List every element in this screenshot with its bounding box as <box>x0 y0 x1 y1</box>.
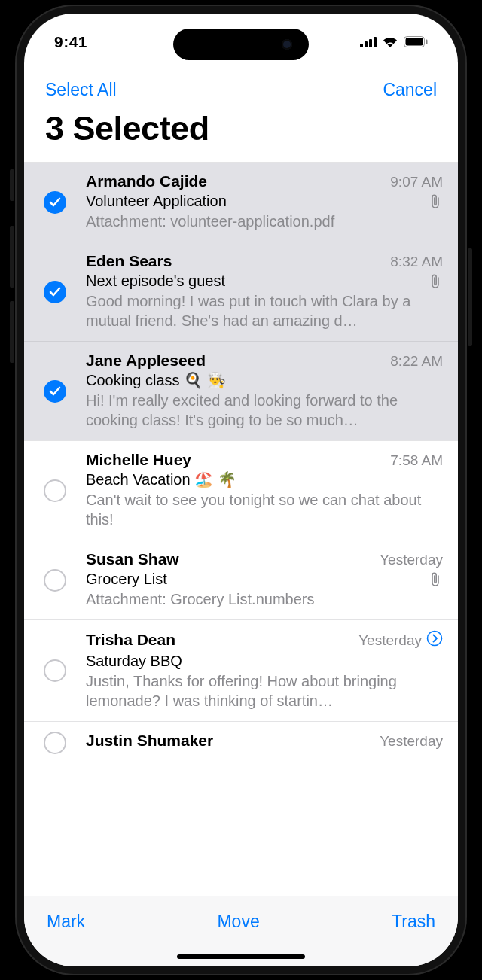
message-body: Eden Sears8:32 AMNext episode's guestGoo… <box>86 242 458 341</box>
message-body: Susan ShawYesterdayGrocery ListAttachmen… <box>86 540 458 619</box>
selection-checkbox[interactable] <box>24 540 86 619</box>
trash-button[interactable]: Trash <box>392 912 435 966</box>
selection-checkbox[interactable] <box>24 242 86 341</box>
message-body: Justin ShumakerYesterday <box>86 722 458 763</box>
message-sender: Jane Appleseed <box>86 352 206 370</box>
message-preview: Good morning! I was put in touch with Cl… <box>86 291 422 330</box>
selection-checkbox[interactable] <box>24 620 86 721</box>
message-preview: Can't wait to see you tonight so we can … <box>86 490 422 529</box>
message-sender: Justin Shumaker <box>86 732 213 750</box>
dynamic-island <box>173 29 309 60</box>
message-preview: Attachment: volunteer-application.pdf <box>86 212 422 231</box>
home-indicator[interactable] <box>177 954 305 959</box>
message-time: 9:07 AM <box>390 174 443 190</box>
message-time: 8:32 AM <box>390 254 443 270</box>
message-sender: Michelle Huey <box>86 451 191 469</box>
message-body: Trisha DeanYesterdaySaturday BBQJustin, … <box>86 620 458 721</box>
message-list: Armando Cajide9:07 AMVolunteer Applicati… <box>24 162 458 896</box>
svg-rect-5 <box>406 38 423 46</box>
attachment-icon <box>430 199 441 212</box>
selection-checkbox[interactable] <box>24 163 86 242</box>
message-subject: Volunteer Application <box>86 191 422 211</box>
svg-rect-6 <box>426 40 428 44</box>
message-time: 8:22 AM <box>390 353 443 370</box>
message-subject: Next episode's guest <box>86 271 422 291</box>
message-time: 7:58 AM <box>390 452 443 469</box>
attachment-icon <box>430 279 441 292</box>
message-subject: Cooking class 🍳 👨‍🍳 <box>86 370 422 390</box>
message-subject: Saturday BBQ <box>86 651 422 671</box>
message-sender: Eden Sears <box>86 252 172 270</box>
svg-rect-1 <box>365 41 368 47</box>
message-subject: Beach Vacation 🏖️ 🌴 <box>86 470 422 489</box>
attachment-icon <box>430 577 441 590</box>
message-sender: Trisha Dean <box>86 631 175 649</box>
message-body: Armando Cajide9:07 AMVolunteer Applicati… <box>86 163 458 242</box>
select-all-button[interactable]: Select All <box>45 80 117 100</box>
message-preview: Attachment: Grocery List.numbers <box>86 589 422 609</box>
cellular-icon <box>360 33 377 51</box>
message-row[interactable]: Armando Cajide9:07 AMVolunteer Applicati… <box>24 162 458 242</box>
message-sender: Armando Cajide <box>86 172 207 190</box>
message-row[interactable]: Justin ShumakerYesterday <box>24 721 458 763</box>
page-title: 3 Selected <box>24 106 458 162</box>
message-row[interactable]: Michelle Huey7:58 AMBeach Vacation 🏖️ 🌴C… <box>24 440 458 540</box>
message-row[interactable]: Susan ShawYesterdayGrocery ListAttachmen… <box>24 540 458 619</box>
message-row[interactable]: Trisha DeanYesterdaySaturday BBQJustin, … <box>24 619 458 721</box>
nav-bar: Select All Cancel <box>24 66 458 106</box>
svg-rect-3 <box>374 37 377 47</box>
message-preview: Justin, Thanks for offering! How about b… <box>86 671 422 711</box>
reply-icon <box>426 630 443 650</box>
message-row[interactable]: Jane Appleseed8:22 AMCooking class 🍳 👨‍🍳… <box>24 341 458 440</box>
cancel-button[interactable]: Cancel <box>383 80 437 100</box>
message-preview: Hi! I'm really excited and looking forwa… <box>86 391 422 430</box>
message-subject: Grocery List <box>86 569 422 589</box>
selection-checkbox[interactable] <box>24 342 86 440</box>
svg-rect-2 <box>369 39 372 47</box>
message-sender: Susan Shaw <box>86 550 179 568</box>
status-time: 9:41 <box>54 33 87 51</box>
wifi-icon <box>382 33 398 51</box>
selection-checkbox[interactable] <box>24 722 86 763</box>
message-time: Yesterday <box>358 630 443 650</box>
svg-point-7 <box>428 632 442 646</box>
battery-icon <box>404 33 428 51</box>
message-body: Jane Appleseed8:22 AMCooking class 🍳 👨‍🍳… <box>86 342 458 440</box>
message-time: Yesterday <box>380 733 443 750</box>
svg-rect-0 <box>360 44 363 47</box>
mark-button[interactable]: Mark <box>47 912 85 966</box>
message-body: Michelle Huey7:58 AMBeach Vacation 🏖️ 🌴C… <box>86 441 458 540</box>
selection-checkbox[interactable] <box>24 441 86 540</box>
message-row[interactable]: Eden Sears8:32 AMNext episode's guestGoo… <box>24 242 458 341</box>
message-time: Yesterday <box>380 552 443 568</box>
